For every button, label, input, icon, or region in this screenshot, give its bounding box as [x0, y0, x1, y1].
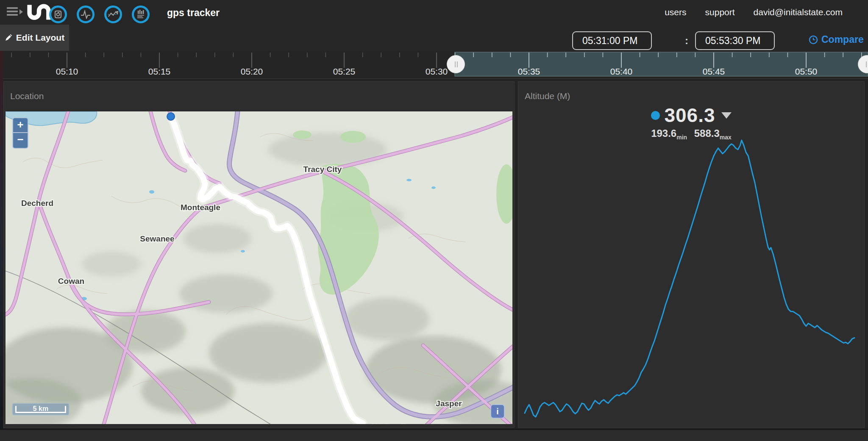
timeline-left-handle[interactable] — [447, 55, 465, 73]
zoom-out-button[interactable]: − — [12, 133, 28, 149]
tiles-view-button[interactable] — [49, 6, 67, 23]
compare-label: Compare — [821, 34, 864, 45]
map[interactable]: DecherdMonteagleSewaneeCowanTracy CityJa… — [6, 111, 512, 424]
timeline-tick-label: 05:25 — [333, 67, 356, 76]
waves-view-button[interactable] — [77, 6, 95, 23]
lines-view-button[interactable] — [104, 6, 122, 23]
info-button[interactable]: i — [490, 404, 505, 419]
top-nav: userssupportdavid@initialstate.com — [665, 0, 843, 25]
nav-account[interactable]: david@initialstate.com — [754, 7, 843, 17]
altitude-panel: Altitude (M) 306.3 193.6min 588.3max — [518, 81, 865, 428]
timeline-ruler[interactable]: 05:1005:1505:2005:2505:3005:3505:4005:45… — [0, 51, 868, 79]
altitude-stats: 306.3 193.6min 588.3max — [518, 104, 864, 141]
edit-layout-label: Edit Layout — [16, 33, 64, 43]
dashboard: gps tracker userssupportdavid@initialsta… — [0, 0, 868, 441]
city-label: Jasper — [436, 399, 462, 408]
tiles-icon — [53, 10, 63, 19]
lines-icon — [108, 10, 119, 19]
current-value-dot — [651, 111, 660, 120]
bars-view-button[interactable] — [132, 6, 150, 23]
track-start-dot — [167, 113, 175, 120]
bars-icon — [136, 9, 146, 19]
header-bar: gps tracker userssupportdavid@initialsta… — [0, 0, 868, 25]
timeline-tick-label: 05:45 — [703, 67, 725, 76]
city-label: Sewanee — [140, 234, 174, 243]
edit-layout-button[interactable]: Edit Layout — [0, 25, 69, 51]
city-label: Cowan — [58, 277, 84, 286]
altitude-title: Altitude (M) — [525, 91, 570, 101]
pencil-icon — [5, 34, 12, 42]
zoom-in-button[interactable]: + — [12, 117, 28, 133]
current-value: 306.3 — [664, 104, 715, 127]
app-title: gps tracker — [167, 7, 220, 19]
control-row: Edit Layout 05:31:00 PM : 05:53:30 PM Co… — [0, 25, 868, 51]
left-edge-strip — [0, 51, 3, 441]
map-scale-label: 5 km — [13, 405, 69, 413]
clock-icon — [809, 35, 818, 44]
timeline-tick-label: 05:20 — [241, 67, 263, 76]
timeline-tick-label: 05:30 — [426, 67, 448, 76]
nav-support[interactable]: support — [705, 7, 735, 17]
city-label: Whitwell — [373, 423, 405, 424]
timeline-tick-label: 05:10 — [56, 67, 78, 76]
city-label: Decherd — [21, 199, 53, 208]
nav-users[interactable]: users — [665, 7, 686, 17]
altitude-chart — [522, 136, 861, 422]
city-label: Monteagle — [181, 203, 220, 212]
location-title: Location — [10, 91, 44, 101]
start-time-input[interactable]: 05:31:00 PM — [572, 31, 652, 50]
timeline-tick-label: 05:50 — [795, 67, 818, 76]
city-label: Tracy City — [303, 165, 342, 174]
menu-icon[interactable] — [7, 6, 25, 19]
compare-button[interactable]: Compare — [809, 34, 864, 45]
timeline-tick-label: 05:15 — [148, 67, 171, 76]
location-panel: Location — [3, 81, 515, 428]
waves-icon — [80, 10, 91, 19]
map-scale: 5 km — [12, 403, 70, 416]
time-separator: : — [685, 35, 688, 47]
altitude-line — [525, 140, 854, 417]
timeline-tick-label: 05:40 — [610, 67, 633, 76]
initialstate-logo[interactable] — [25, 3, 53, 24]
end-time-input[interactable]: 05:53:30 PM — [695, 31, 775, 50]
timeline-tick-label: 05:35 — [518, 67, 540, 76]
footer-bar — [0, 429, 868, 441]
value-dropdown-icon[interactable] — [721, 112, 732, 119]
